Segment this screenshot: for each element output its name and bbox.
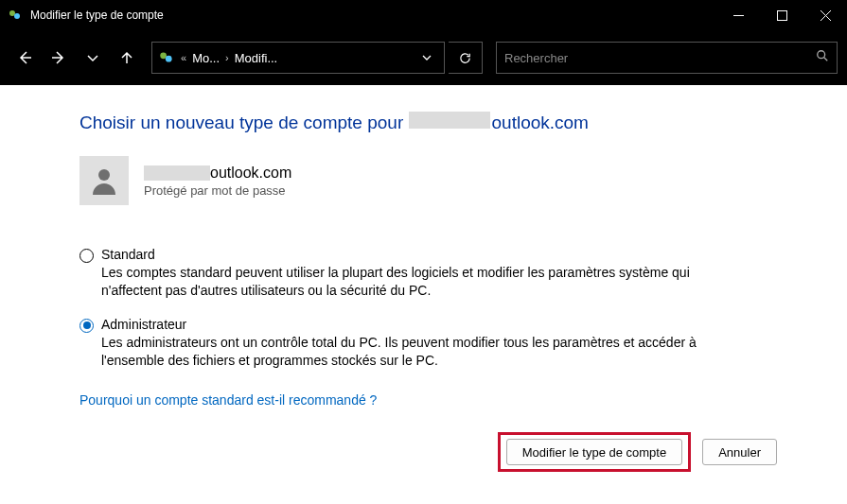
breadcrumb-seg-1[interactable]: Mo... — [192, 51, 220, 65]
content-area: Choisir un nouveau type de compte pour o… — [0, 85, 847, 408]
option-admin[interactable]: Administrateur Les administrateurs ont u… — [79, 317, 777, 370]
svg-point-7 — [166, 56, 172, 62]
svg-point-6 — [160, 52, 167, 59]
radio-standard[interactable] — [79, 249, 94, 263]
search-icon — [816, 49, 829, 66]
address-bar[interactable]: « Mo... › Modifi... — [151, 42, 445, 74]
search-input[interactable]: Rechercher — [496, 42, 838, 74]
search-placeholder: Rechercher — [504, 51, 568, 65]
email-suffix: outlook.com — [210, 165, 291, 182]
svg-line-9 — [824, 58, 828, 61]
minimize-button[interactable] — [716, 0, 760, 30]
redacted-name — [409, 112, 490, 129]
app-icon — [8, 8, 23, 23]
account-type-options: Standard Les comptes standard peuvent ut… — [79, 247, 777, 370]
svg-point-10 — [98, 169, 110, 181]
recent-dropdown[interactable] — [78, 43, 108, 73]
svg-point-0 — [9, 10, 15, 16]
redacted-email-prefix — [144, 165, 210, 181]
change-account-type-button[interactable]: Modifier le type de compte — [506, 439, 682, 465]
highlight-box: Modifier le type de compte — [498, 432, 691, 472]
option-standard-desc: Les comptes standard peuvent utiliser la… — [101, 264, 707, 300]
window-title: Modifier le type de compte — [30, 9, 164, 22]
cancel-button[interactable]: Annuler — [702, 439, 777, 465]
forward-button[interactable] — [44, 43, 74, 73]
up-button[interactable] — [112, 43, 142, 73]
address-icon — [158, 49, 175, 66]
close-button[interactable] — [803, 0, 847, 30]
user-subtext: Protégé par mot de passe — [144, 183, 291, 198]
window-controls — [716, 0, 847, 30]
option-admin-desc: Les administrateurs ont un contrôle tota… — [101, 334, 707, 370]
option-standard-label: Standard — [101, 247, 777, 262]
chevron-right-icon: › — [223, 52, 231, 63]
user-info: outlook.com Protégé par mot de passe — [144, 165, 291, 198]
back-button[interactable] — [9, 43, 40, 73]
option-standard[interactable]: Standard Les comptes standard peuvent ut… — [79, 247, 777, 300]
title-bar: Modifier le type de compte — [0, 0, 847, 30]
svg-point-1 — [14, 13, 20, 19]
heading-suffix: outlook.com — [492, 113, 589, 132]
user-email: outlook.com — [144, 165, 291, 182]
nav-bar: « Mo... › Modifi... Rechercher — [0, 30, 847, 85]
option-admin-label: Administrateur — [101, 317, 777, 332]
svg-point-8 — [818, 51, 825, 59]
svg-rect-3 — [777, 10, 786, 20]
chevron-left-icon: « — [179, 52, 188, 63]
page-title: Choisir un nouveau type de compte pour o… — [79, 112, 777, 133]
avatar — [79, 156, 129, 205]
refresh-button[interactable] — [449, 42, 483, 74]
button-row: Modifier le type de compte Annuler — [498, 432, 777, 472]
user-summary: outlook.com Protégé par mot de passe — [79, 156, 777, 205]
help-link[interactable]: Pourquoi un compte standard est-il recom… — [79, 392, 777, 408]
maximize-button[interactable] — [760, 0, 803, 30]
breadcrumb-seg-2[interactable]: Modifi... — [235, 51, 278, 65]
radio-admin[interactable] — [79, 319, 94, 333]
address-dropdown[interactable] — [415, 43, 438, 73]
heading-prefix: Choisir un nouveau type de compte pour — [79, 113, 409, 132]
